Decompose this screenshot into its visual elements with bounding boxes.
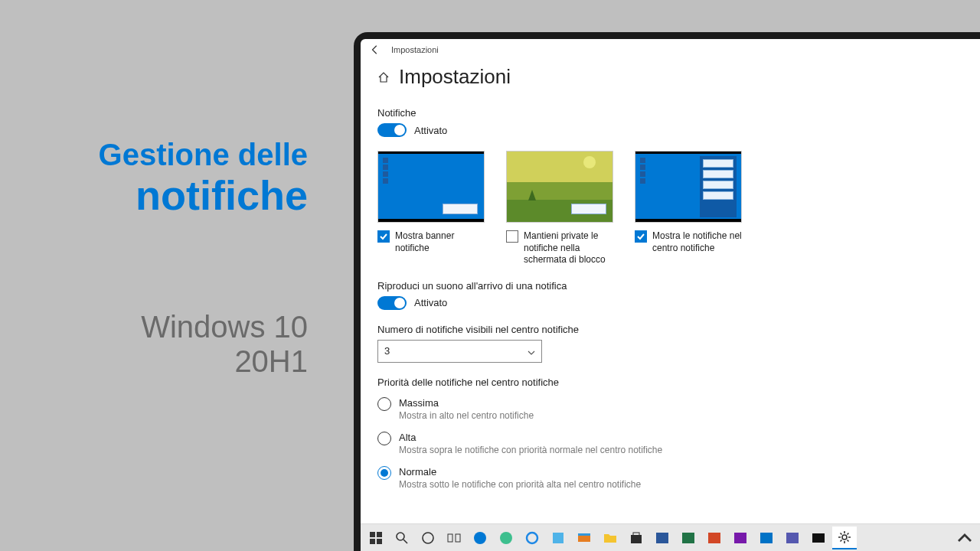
folder-icon bbox=[603, 530, 618, 546]
checkbox-action-center[interactable]: Mostra le notifiche nel centro notifiche bbox=[635, 230, 742, 254]
outlook-icon bbox=[759, 530, 774, 546]
svg-rect-2 bbox=[370, 539, 375, 544]
notifications-toggle[interactable]: Attivato bbox=[377, 123, 447, 137]
system-tray[interactable] bbox=[952, 527, 977, 549]
radio-icon bbox=[377, 397, 391, 411]
taskbar-edge[interactable] bbox=[468, 527, 492, 549]
search-icon bbox=[394, 530, 410, 546]
svg-rect-20 bbox=[734, 533, 746, 543]
svg-point-24 bbox=[842, 535, 847, 540]
notifications-toggle-state: Attivato bbox=[414, 125, 447, 136]
svg-point-10 bbox=[500, 532, 512, 544]
home-icon[interactable] bbox=[377, 71, 390, 83]
svg-point-9 bbox=[474, 532, 486, 544]
svg-point-4 bbox=[397, 533, 404, 540]
promo-line2: notifiche bbox=[55, 173, 308, 218]
priority-max[interactable]: Massima Mostra in alto nel centro notifi… bbox=[377, 397, 980, 421]
svg-rect-0 bbox=[370, 532, 375, 537]
visible-count-label: Numero di notifiche visibili nel centro … bbox=[377, 324, 980, 335]
preview-lockscreen[interactable] bbox=[506, 151, 613, 223]
titlebar: Impostazioni bbox=[361, 39, 980, 60]
promo-sub1: Windows 10 bbox=[55, 310, 308, 344]
priority-high-desc: Mostra sopra le notifiche con priorità n… bbox=[399, 445, 662, 455]
taskbar-dev[interactable] bbox=[546, 527, 570, 549]
svg-rect-18 bbox=[682, 533, 694, 543]
svg-rect-14 bbox=[578, 533, 590, 536]
sound-label: Riproduci un suono all'arrivo di una not… bbox=[377, 280, 980, 292]
notification-previews: Mostra banner notifiche Mantieni private… bbox=[377, 151, 980, 266]
priority-label: Priorità delle notifiche nel centro noti… bbox=[377, 377, 980, 388]
taskbar-settings[interactable] bbox=[832, 527, 857, 549]
svg-rect-21 bbox=[760, 533, 773, 543]
page-title: Impostazioni bbox=[399, 65, 511, 89]
svg-rect-7 bbox=[448, 534, 452, 542]
toggle-switch-icon bbox=[377, 296, 407, 310]
svg-rect-3 bbox=[377, 539, 382, 544]
checkbox-banner[interactable]: Mostra banner notifiche bbox=[377, 230, 485, 254]
priority-normal[interactable]: Normale Mostra sotto le notifiche con pr… bbox=[377, 466, 980, 490]
device-frame: Impostazioni Impostazioni Notifiche Atti… bbox=[354, 32, 980, 551]
toggle-switch-icon bbox=[377, 123, 407, 137]
priority-normal-label: Normale bbox=[399, 466, 641, 478]
taskbar-terminal[interactable] bbox=[806, 527, 831, 549]
excel-icon bbox=[681, 530, 696, 546]
taskbar-cortana[interactable] bbox=[416, 527, 440, 549]
checkbox-lockscreen[interactable]: Mantieni private le notifiche nella sche… bbox=[506, 230, 613, 266]
svg-rect-22 bbox=[786, 533, 799, 543]
taskbar-movies[interactable] bbox=[572, 527, 596, 549]
svg-point-11 bbox=[527, 533, 537, 543]
svg-rect-13 bbox=[578, 535, 590, 542]
movies-icon bbox=[577, 530, 592, 546]
powerpoint-icon bbox=[707, 530, 722, 546]
promo-sub2: 20H1 bbox=[55, 344, 308, 379]
svg-rect-23 bbox=[812, 533, 825, 543]
priority-high-label: Alta bbox=[399, 432, 662, 443]
screen: Impostazioni Impostazioni Notifiche Atti… bbox=[361, 39, 980, 551]
settings-content: Impostazioni Notifiche Attivato Mostra b… bbox=[361, 60, 980, 523]
taskbar-teams[interactable] bbox=[780, 527, 805, 549]
taskbar-edge-dev[interactable] bbox=[494, 527, 518, 549]
option-lockscreen-label: Mantieni private le notifiche nella sche… bbox=[524, 230, 613, 266]
taskbar-start[interactable] bbox=[364, 527, 388, 549]
preview-action-center[interactable] bbox=[635, 151, 742, 223]
taskbar-onenote[interactable] bbox=[728, 527, 753, 549]
chevron-up-icon bbox=[957, 530, 972, 546]
svg-rect-12 bbox=[553, 533, 564, 543]
radio-icon bbox=[377, 466, 391, 480]
back-icon[interactable] bbox=[370, 44, 381, 55]
taskbar-excel[interactable] bbox=[676, 527, 701, 549]
svg-rect-17 bbox=[656, 533, 668, 543]
visible-count-value: 3 bbox=[384, 345, 390, 357]
taskbar-explorer[interactable] bbox=[598, 527, 622, 549]
promo-text: Gestione delle notifiche Windows 10 20H1 bbox=[55, 138, 308, 379]
option-banner: Mostra banner notifiche bbox=[377, 151, 485, 266]
ie-icon bbox=[524, 530, 540, 546]
dev-icon bbox=[550, 530, 566, 546]
taskbar-powerpoint[interactable] bbox=[702, 527, 727, 549]
page-header: Impostazioni bbox=[377, 65, 980, 89]
tray-chevron[interactable] bbox=[952, 527, 977, 549]
cortana-icon bbox=[420, 530, 436, 546]
visible-count-dropdown[interactable]: 3 bbox=[377, 340, 542, 363]
svg-line-5 bbox=[403, 540, 407, 543]
terminal-icon bbox=[811, 530, 826, 546]
taskbar-search[interactable] bbox=[390, 527, 414, 549]
taskbar-task-view[interactable] bbox=[442, 527, 466, 549]
taskbar bbox=[361, 523, 980, 551]
taskbar-ie[interactable] bbox=[520, 527, 544, 549]
task-view-icon bbox=[446, 530, 462, 546]
svg-point-6 bbox=[423, 533, 433, 543]
sound-toggle[interactable]: Attivato bbox=[377, 296, 447, 310]
onenote-icon bbox=[733, 530, 748, 546]
preview-banner[interactable] bbox=[377, 151, 485, 223]
sound-toggle-state: Attivato bbox=[414, 297, 447, 308]
taskbar-outlook[interactable] bbox=[754, 527, 779, 549]
option-action-center-label: Mostra le notifiche nel centro notifiche bbox=[652, 230, 742, 254]
priority-max-desc: Mostra in alto nel centro notifiche bbox=[399, 410, 534, 421]
teams-icon bbox=[785, 530, 800, 546]
taskbar-store[interactable] bbox=[624, 527, 648, 549]
option-banner-label: Mostra banner notifiche bbox=[395, 230, 485, 254]
gear-icon bbox=[837, 530, 852, 545]
taskbar-word[interactable] bbox=[650, 527, 675, 549]
priority-high[interactable]: Alta Mostra sopra le notifiche con prior… bbox=[377, 432, 980, 455]
